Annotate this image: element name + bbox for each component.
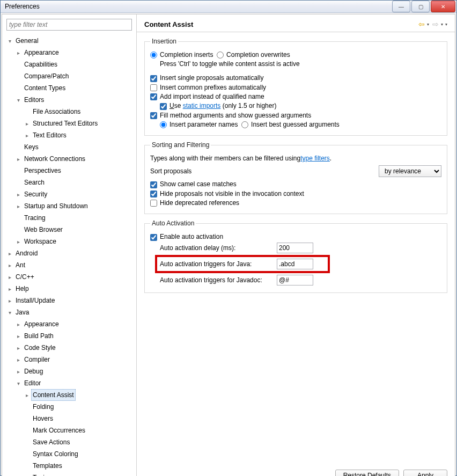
restore-defaults-button[interactable]: Restore Defaults — [335, 470, 399, 476]
expand-icon[interactable] — [15, 331, 21, 342]
tree-item-text-editors[interactable]: Text Editors — [31, 129, 68, 141]
maximize-button[interactable]: ▢ — [411, 1, 430, 12]
tree-item-web-browser[interactable]: Web Browser — [23, 224, 64, 236]
fill-method-checkbox[interactable]: Fill method arguments and show guessed a… — [150, 112, 311, 119]
tree-item-capabilities[interactable]: Capabilities — [23, 58, 59, 70]
tree-item-ant[interactable]: Ant — [14, 259, 27, 271]
tree-item-mark-occurrences[interactable]: Mark Occurrences — [31, 424, 87, 436]
expand-icon[interactable] — [15, 343, 21, 354]
expand-icon[interactable] — [6, 36, 13, 47]
tree-item-help[interactable]: Help — [14, 283, 31, 295]
expand-icon[interactable] — [6, 248, 13, 259]
tree-item-hovers[interactable]: Hovers — [31, 413, 55, 424]
insert-single-checkbox[interactable]: Insert single proposals automatically — [150, 74, 263, 82]
javadoc-triggers-label: Auto activation triggers for Javadoc: — [160, 276, 272, 284]
tree-item-build-path[interactable]: Build Path — [23, 330, 55, 342]
expand-icon[interactable] — [15, 201, 21, 212]
insert-common-checkbox[interactable]: Insert common prefixes automatically — [150, 84, 266, 91]
tree-item-save-actions[interactable]: Save Actions — [31, 436, 71, 448]
tree-item-search[interactable]: Search — [23, 177, 46, 188]
expand-icon[interactable] — [24, 119, 30, 129]
expand-icon[interactable] — [24, 130, 30, 141]
expand-icon[interactable] — [6, 260, 13, 271]
expand-icon[interactable] — [15, 95, 21, 106]
hide-deprecated-checkbox[interactable]: Hide deprecated references — [150, 199, 239, 207]
nav-arrows: ⇦▾ ⇨▾ ▾ — [418, 20, 447, 28]
show-camel-checkbox[interactable]: Show camel case matches — [150, 180, 237, 188]
tree-item-structured-text-editors[interactable]: Structured Text Editors — [31, 118, 99, 129]
tree-item-code-style[interactable]: Code Style — [23, 342, 57, 354]
tree-item-java-appearance[interactable]: Appearance — [23, 318, 61, 330]
tree-item-network-connections[interactable]: Network Connections — [23, 153, 87, 165]
tree-item-workspace[interactable]: Workspace — [23, 236, 58, 247]
page-title: Content Assist — [144, 20, 193, 28]
completion-overwrites-radio[interactable]: Completion overwrites — [217, 51, 290, 58]
tree-item-ccpp[interactable]: C/C++ — [14, 271, 36, 283]
java-triggers-label: Auto activation triggers for Java: — [160, 260, 272, 268]
tree-item-security[interactable]: Security — [23, 188, 49, 200]
tree-item-folding[interactable]: Folding — [31, 401, 55, 413]
back-menu-icon[interactable]: ▾ — [427, 22, 429, 27]
expand-icon[interactable] — [15, 237, 21, 247]
javadoc-triggers-input[interactable] — [277, 275, 313, 285]
expand-icon[interactable] — [15, 367, 21, 377]
hide-not-visible-checkbox[interactable]: Hide proposals not visible in the invoca… — [150, 190, 304, 197]
auto-delay-input[interactable] — [277, 243, 313, 253]
use-static-imports-checkbox[interactable]: Use static imports (only 1.5 or higher) — [160, 102, 276, 109]
expand-icon[interactable] — [6, 272, 13, 283]
auto-delay-label: Auto activation delay (ms): — [160, 244, 272, 252]
tree-item-general[interactable]: General — [14, 35, 40, 47]
ctrl-hint-text: Press 'Ctrl' to toggle while content ass… — [160, 60, 300, 68]
minimize-button[interactable]: — — [392, 1, 410, 12]
tree-item-file-associations[interactable]: File Associations — [31, 106, 82, 118]
tree-item-content-assist[interactable]: Content Assist — [31, 389, 76, 401]
expand-icon[interactable] — [15, 154, 21, 165]
filter-input[interactable] — [6, 19, 132, 31]
tree-item-startup-shutdown[interactable]: Startup and Shutdown — [23, 200, 90, 212]
tree-item-debug[interactable]: Debug — [23, 365, 45, 377]
tree-item-compiler[interactable]: Compiler — [23, 354, 51, 365]
enable-auto-activation-checkbox[interactable]: Enable auto activation — [150, 233, 223, 240]
tree-item-install-update[interactable]: Install/Update — [14, 295, 56, 306]
static-imports-link[interactable]: static imports — [183, 102, 221, 109]
preferences-tree[interactable]: General Appearance Capabilities Compare/… — [2, 35, 136, 476]
tree-item-tracing[interactable]: Tracing — [23, 212, 47, 224]
tree-item-content-types[interactable]: Content Types — [23, 82, 67, 94]
expand-icon[interactable] — [6, 296, 13, 306]
add-import-checkbox[interactable]: Add import instead of qualified name — [150, 93, 264, 100]
tree-item-templates[interactable]: Templates — [31, 460, 64, 472]
sort-proposals-select[interactable]: by relevance — [379, 165, 441, 177]
tree-item-keys[interactable]: Keys — [23, 141, 40, 153]
view-menu-icon[interactable]: ▾ — [445, 22, 447, 27]
page-header: Content Assist ⇦▾ ⇨▾ ▾ — [137, 14, 455, 32]
expand-icon[interactable] — [6, 284, 13, 295]
tree-item-android[interactable]: Android — [14, 247, 39, 259]
client-area: General Appearance Capabilities Compare/… — [2, 14, 455, 476]
tree-item-perspectives[interactable]: Perspectives — [23, 165, 63, 177]
apply-button[interactable]: Apply — [403, 470, 447, 476]
tree-item-editor[interactable]: Editor — [23, 377, 42, 389]
expand-icon[interactable] — [24, 390, 30, 401]
close-button[interactable]: ✕ — [431, 1, 455, 12]
expand-icon[interactable] — [15, 355, 21, 365]
main-split: General Appearance Capabilities Compare/… — [2, 14, 455, 476]
insert-best-radio[interactable]: Insert best guessed arguments — [241, 121, 340, 128]
completion-inserts-radio[interactable]: Completion inserts — [150, 51, 213, 58]
tree-item-typing[interactable]: Typing — [31, 472, 53, 476]
expand-icon[interactable] — [6, 307, 13, 318]
expand-icon[interactable] — [15, 48, 21, 58]
tree-item-editors[interactable]: Editors — [23, 94, 46, 106]
expand-icon[interactable] — [15, 378, 21, 389]
type-filters-link[interactable]: type filters — [300, 155, 330, 162]
expand-icon[interactable] — [15, 189, 21, 200]
java-triggers-input[interactable] — [277, 259, 313, 269]
tree-item-java[interactable]: Java — [14, 306, 31, 318]
back-icon[interactable]: ⇦ — [418, 20, 425, 28]
forward-menu-icon[interactable]: ▾ — [441, 22, 443, 27]
tree-item-appearance[interactable]: Appearance — [23, 47, 61, 58]
forward-icon[interactable]: ⇨ — [432, 20, 439, 28]
insert-param-radio[interactable]: Insert parameter names — [160, 121, 238, 128]
tree-item-compare-patch[interactable]: Compare/Patch — [23, 70, 70, 82]
expand-icon[interactable] — [15, 319, 21, 330]
tree-item-syntax-coloring[interactable]: Syntax Coloring — [31, 448, 80, 460]
